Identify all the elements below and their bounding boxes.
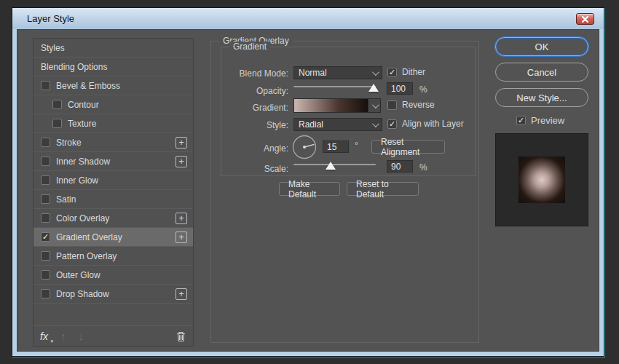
reverse-checkbox[interactable]: ✓ Reverse [387,100,435,110]
new-style-button[interactable]: New Style... [495,88,588,107]
reverse-checkbox-box: ✓ [387,100,397,110]
scale-input[interactable]: 90 [387,160,413,173]
cancel-button[interactable]: Cancel [495,63,588,82]
sidebar-item-color-overlay[interactable]: ✓Color Overlay+ [33,209,193,228]
angle-dial-center [303,146,306,149]
add-effect-instance-button[interactable]: + [176,156,187,167]
chevron-down-icon [372,120,379,127]
opacity-slider-track [293,86,376,87]
opacity-slider[interactable] [293,82,376,92]
sidebar-item-stroke[interactable]: ✓Stroke+ [33,133,193,152]
effect-checkbox[interactable]: ✓ [41,138,50,147]
sidebar-item-blending-options[interactable]: Blending Options [33,58,193,76]
style-list: StylesBlending Options✓Bevel & Emboss✓Co… [33,39,193,325]
make-default-button[interactable]: Make Default [279,182,340,196]
dialog-content: StylesBlending Options✓Bevel & Emboss✓Co… [17,29,599,352]
layer-style-dialog: Layer Style StylesBlending Options✓Bevel… [12,7,604,357]
sidebar-item-label: Blending Options [41,62,107,72]
delete-effect-button[interactable] [176,331,186,342]
sidebar-item-inner-glow[interactable]: ✓Inner Glow [33,171,193,190]
sidebar-item-bevel-emboss[interactable]: ✓Bevel & Emboss [33,76,193,95]
reset-to-default-button[interactable]: Reset to Default [347,182,419,196]
style-value: Radial [299,119,323,130]
scale-slider-thumb[interactable] [326,162,336,170]
effect-checkbox[interactable]: ✓ [41,175,50,185]
sidebar-item-texture[interactable]: ✓Texture [33,114,193,133]
reverse-label: Reverse [402,100,435,110]
fx-menu-button[interactable]: fx ▾ [40,331,48,342]
scale-slider[interactable] [293,160,376,170]
ok-button[interactable]: OK [495,37,588,56]
effect-checkbox[interactable]: ✓ [52,100,62,109]
style-label: Style: [229,120,288,130]
blend-mode-label: Blend Mode: [229,68,288,79]
move-effect-down-button[interactable]: ↓ [78,330,84,342]
effect-checkbox[interactable]: ✓ [41,81,50,90]
add-effect-instance-button[interactable]: + [176,213,187,224]
close-icon [582,16,588,23]
reset-to-default-label: Reset to Default [356,179,409,199]
align-label: Align with Layer [402,119,464,129]
angle-label: Angle: [229,143,288,154]
sidebar-item-label: Styles [41,43,65,53]
sidebar-item-satin[interactable]: ✓Satin [33,190,193,209]
opacity-slider-thumb[interactable] [368,84,379,92]
add-effect-instance-button[interactable]: + [176,137,187,149]
blend-mode-select[interactable]: Normal [293,66,382,79]
sidebar-item-drop-shadow[interactable]: ✓Drop Shadow+ [33,285,193,304]
sidebar-item-gradient-overlay[interactable]: ✓Gradient Overlay+ [33,228,193,247]
close-button[interactable] [576,13,594,25]
effect-checkbox[interactable]: ✓ [41,213,50,223]
effect-checkbox[interactable]: ✓ [41,194,50,204]
sidebar-item-label: Bevel & Emboss [56,81,120,91]
sidebar-item-label: Drop Shadow [56,289,109,299]
effect-checkbox[interactable]: ✓ [41,270,50,280]
gradient-preview-well[interactable] [293,98,368,113]
reset-alignment-button[interactable]: Reset Alignment [371,140,445,154]
opacity-unit: % [419,84,427,95]
sidebar-item-outer-glow[interactable]: ✓Outer Glow [33,266,193,285]
angle-input[interactable]: 15 [323,141,349,153]
sidebar-item-label: Texture [68,119,96,129]
angle-needle [304,144,315,147]
cancel-label: Cancel [527,67,556,78]
trash-icon [176,331,186,342]
sidebar-item-styles[interactable]: Styles [33,39,193,58]
add-effect-instance-button[interactable]: + [176,288,187,300]
sidebar-item-label: Stroke [56,138,82,148]
inner-group-title: Gradient [229,41,270,52]
style-select[interactable]: Radial [293,118,382,131]
effect-checkbox[interactable]: ✓ [41,251,50,261]
opacity-value: 100 [391,84,406,94]
opacity-input[interactable]: 100 [387,82,413,95]
gradient-picker-button[interactable] [368,98,381,113]
ok-label: OK [535,41,549,52]
gradient-overlay-group: Gradient Overlay Gradient Blend Mode: No… [210,41,479,343]
add-effect-instance-button[interactable]: + [176,232,187,243]
chevron-down-icon [372,68,379,76]
sidebar-item-inner-shadow[interactable]: ✓Inner Shadow+ [33,152,193,171]
scale-label: Scale: [229,164,288,174]
style-list-footer: fx ▾ ↑ ↓ [33,325,193,346]
angle-dial[interactable] [292,135,317,162]
angle-value: 15 [327,142,336,152]
dither-checkbox[interactable]: ✓ Dither [387,67,425,77]
effect-checkbox[interactable]: ✓ [41,289,50,298]
sidebar-item-label: Outer Glow [56,270,100,280]
sidebar-item-label: Inner Shadow [56,157,110,167]
align-with-layer-checkbox[interactable]: ✓ Align with Layer [387,119,464,129]
effect-checkbox[interactable]: ✓ [41,157,50,166]
scale-value: 90 [391,162,401,172]
effect-checkbox[interactable]: ✓ [52,119,62,128]
sidebar-item-label: Pattern Overlay [56,251,117,261]
titlebar[interactable]: Layer Style [12,8,604,29]
effect-checkbox[interactable]: ✓ [41,232,50,242]
sidebar-item-label: Contour [68,100,99,110]
preview-thumbnail [495,133,588,226]
move-effect-up-button[interactable]: ↑ [60,330,66,342]
fx-caret-icon: ▾ [50,339,53,344]
sidebar-item-contour[interactable]: ✓Contour [33,95,193,114]
make-default-label: Make Default [288,179,331,199]
preview-checkbox[interactable]: ✓ Preview [516,115,564,126]
sidebar-item-pattern-overlay[interactable]: ✓Pattern Overlay [33,247,193,266]
